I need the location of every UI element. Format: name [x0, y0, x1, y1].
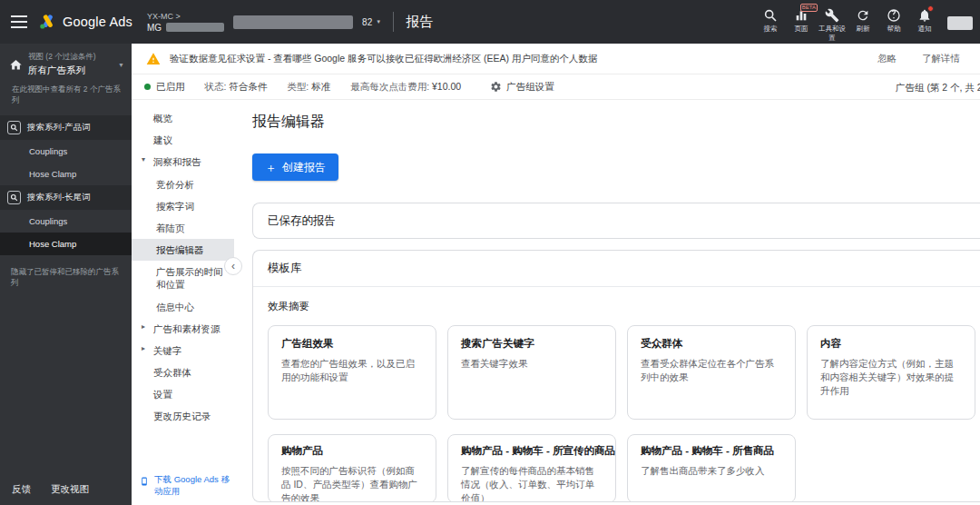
view-selector[interactable]: 视图 (2 个过滤条件) 所有广告系列 ▼	[0, 44, 132, 83]
warning-icon	[146, 52, 161, 66]
nav-item-insights-reports[interactable]: ▾洞察和报告	[132, 151, 234, 173]
notification-badge	[927, 5, 934, 12]
template-description: 了解宣传的每件商品的基本销售情况（收入、订单数、平均订单价值）	[461, 464, 603, 502]
template-description: 查看关键字效果	[461, 357, 603, 371]
nav-item-settings[interactable]: 设置	[132, 383, 234, 405]
ad-group-item[interactable]: Hose Clamp	[0, 163, 132, 185]
help-label: 帮助	[887, 25, 901, 33]
google-ads-logo-icon	[38, 13, 56, 31]
type-value: 标准	[311, 81, 330, 92]
template-title: 搜索广告关键字	[461, 337, 603, 351]
hamburger-icon	[11, 15, 27, 28]
banner-message: 验证数据意见征求设置 - 查看哪些 Google 服务可以接收已征得欧洲经济区 …	[170, 53, 868, 65]
template-card-shopping-products[interactable]: 购物产品 按照不同的广告标识符（例如商品 ID、产品类型等）查看购物广告的效果	[268, 434, 436, 502]
redacted-account-id	[233, 15, 353, 29]
campaign-item-longtail-words[interactable]: 搜索系列-长尾词	[0, 185, 132, 210]
template-description: 了解内容定位方式（例如，主题和内容相关关键字）对效果的提升作用	[820, 357, 962, 399]
template-card-audiences[interactable]: 受众群体 查看受众群体定位在各个广告系列中的效果	[627, 325, 796, 420]
nav-item-report-editor[interactable]: 报告编辑器	[132, 239, 234, 261]
nav-item-keywords[interactable]: ▸关键字	[132, 340, 234, 361]
search-button[interactable]: 搜索	[755, 2, 786, 33]
nav-item-dashboards[interactable]: 信息中心	[132, 296, 234, 318]
adgroup-settings-button[interactable]: 广告组设置	[490, 81, 554, 94]
ad-group-item[interactable]: Couplings	[0, 140, 132, 163]
cpc-label: 最高每次点击费用:	[350, 81, 429, 92]
notifications-button[interactable]: 通知	[909, 2, 940, 33]
status-label: 状态:	[205, 81, 227, 92]
ad-group-item[interactable]: Couplings	[0, 210, 132, 233]
caret-right-icon: ▸	[142, 322, 145, 332]
topbar-divider	[393, 12, 394, 32]
nav-item-auction-insights[interactable]: 竞价分析	[132, 173, 234, 195]
google-ads-logo[interactable]: Google Ads	[38, 13, 132, 31]
sub-account-name: MG	[147, 23, 162, 33]
nav-item-ads-assets[interactable]: ▸广告和素材资源	[132, 318, 234, 340]
type-label: 类型:	[287, 81, 309, 92]
collapse-nav-button[interactable]: ‹	[224, 257, 242, 275]
status-value: 符合条件	[229, 81, 267, 92]
template-card-adgroup-performance[interactable]: 广告组效果 查看您的广告组效果，以及已启用的功能和设置	[268, 325, 436, 420]
tools-settings-button[interactable]: 工具和设置	[817, 2, 848, 42]
account-lines: YX-MC > MG	[147, 12, 224, 33]
create-report-label: 创建报告	[282, 160, 326, 175]
caret-right-icon: ▸	[142, 344, 145, 354]
template-group-title: 效果摘要	[268, 300, 965, 313]
template-library-body: 效果摘要 广告组效果 查看您的广告组效果，以及已启用的功能和设置 搜索广告关键字…	[253, 287, 980, 502]
tools-settings-label: 工具和设置	[817, 25, 848, 42]
ad-group-item-selected[interactable]: Hose Clamp	[0, 233, 132, 255]
nav-item-landing-pages[interactable]: 着陆页	[132, 217, 234, 239]
main-menu-button[interactable]	[0, 0, 38, 44]
template-row: 购物产品 按照不同的广告标识符（例如商品 ID、产品类型等）查看购物广告的效果 …	[268, 434, 965, 502]
view-note: 在此视图中查看所有 2 个广告系列	[0, 83, 132, 115]
view-labels: 视图 (2 个过滤条件) 所有广告系列	[28, 52, 113, 77]
view-name-label: 所有广告系列	[28, 64, 113, 77]
template-title: 购物产品 - 购物车 - 所售商品	[641, 444, 782, 458]
refresh-icon	[856, 8, 870, 23]
template-card-content[interactable]: 内容 了解内容定位方式（例如，主题和内容相关关键字）对效果的提升作用	[807, 325, 975, 420]
nav-item-audiences[interactable]: 受众群体	[132, 361, 234, 383]
template-card-shopping-cart-sold[interactable]: 购物产品 - 购物车 - 所售商品 了解售出商品带来了多少收入	[627, 434, 796, 502]
template-card-search-keywords[interactable]: 搜索广告关键字 查看关键字效果	[447, 325, 616, 420]
nav-item-change-history[interactable]: 更改历史记录	[132, 405, 234, 427]
account-switcher[interactable]: YX-MC > MG 82▼	[147, 12, 381, 33]
search-campaign-icon	[7, 191, 21, 204]
saved-reports-section: 已保存的报告	[252, 203, 980, 239]
template-description: 了解售出商品带来了多少收入	[641, 464, 782, 478]
account-name: YX-MC	[147, 12, 173, 21]
campaign-item-product-words[interactable]: 搜索系列-产品词	[0, 115, 132, 140]
enabled-status: 已启用	[156, 81, 185, 94]
topbar: Google Ads YX-MC > MG 82▼ 报告 搜索 BETA 页面	[0, 0, 980, 44]
template-description: 按照不同的广告标识符（例如商品 ID、产品类型等）查看购物广告的效果	[281, 464, 423, 502]
caret-down-icon: ▾	[142, 155, 145, 165]
nav-item-label: 广告和素材资源	[153, 323, 220, 334]
app-name: Google Ads	[63, 15, 132, 29]
nav-item-overview[interactable]: 概览	[132, 107, 234, 129]
nav-item-search-terms[interactable]: 搜索字词	[132, 195, 234, 217]
template-title: 购物产品 - 购物车 - 所宣传的商品	[461, 444, 603, 458]
create-report-button[interactable]: ＋ 创建报告	[252, 153, 338, 181]
nav-item-when-where-ads-showed[interactable]: 广告展示的时间和位置	[132, 261, 234, 295]
template-card-shopping-cart-advertised[interactable]: 购物产品 - 购物车 - 所宣传的商品 了解宣传的每件商品的基本销售情况（收入、…	[447, 434, 616, 502]
template-library-title: 模板库	[253, 251, 980, 287]
dismiss-button[interactable]: 忽略	[877, 53, 897, 65]
gear-icon	[490, 81, 502, 93]
account-dropdown-icon: ▼	[376, 19, 381, 25]
nav-item-recommendations[interactable]: 建议	[132, 129, 234, 151]
download-app-link[interactable]: 下载 Google Ads 移动应用	[140, 474, 232, 498]
learn-more-button[interactable]: 了解详情	[922, 53, 960, 65]
refresh-button[interactable]: 刷新	[848, 2, 878, 33]
search-campaign-icon	[7, 121, 21, 134]
help-button[interactable]: 帮助	[878, 2, 909, 33]
mobile-phone-icon	[140, 474, 149, 489]
adgroup-pager[interactable]: 广告组 (第 2 个, 共 2 个)	[896, 82, 980, 94]
account-separator: >	[176, 12, 181, 21]
view-dropdown-icon: ▼	[118, 62, 124, 68]
left-nav: 概览 建议 ▾洞察和报告 竞价分析 搜索字词 着陆页 报告编辑器 广告展示的时间…	[132, 100, 234, 505]
pages-button[interactable]: BETA 页面	[786, 2, 817, 33]
consent-banner: 验证数据意见征求设置 - 查看哪些 Google 服务可以接收已征得欧洲经济区 …	[132, 44, 980, 74]
adgroup-status-bar: 已启用 状态: 符合条件 类型: 标准 最高每次点击费用: ¥10.00 广告组…	[132, 74, 980, 100]
change-view-button[interactable]: 更改视图	[51, 483, 89, 496]
template-title: 购物产品	[281, 444, 423, 458]
feedback-button[interactable]: 反馈	[12, 483, 31, 496]
refresh-label: 刷新	[857, 25, 870, 33]
